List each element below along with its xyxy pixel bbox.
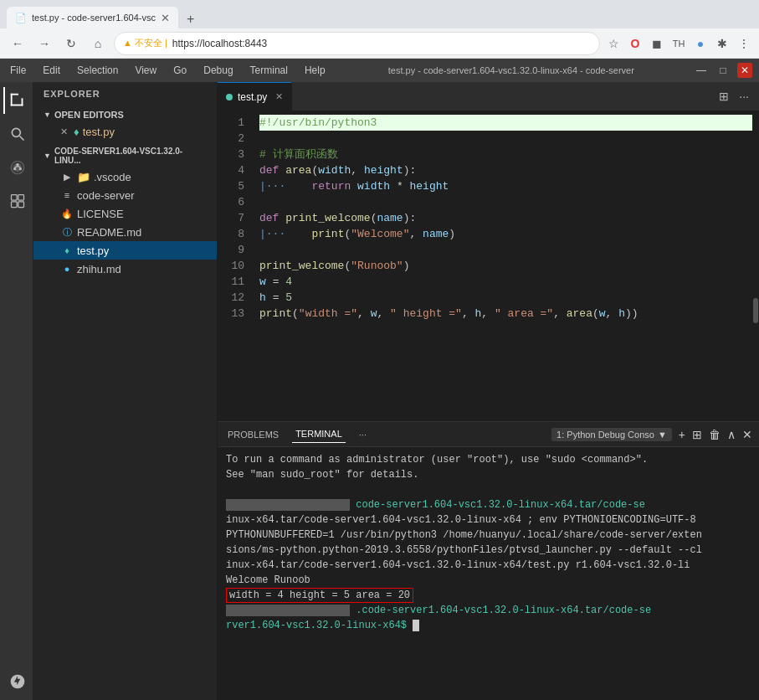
extension2-icon[interactable]: ✱: [714, 35, 731, 52]
explorer-root-title[interactable]: ▼ CODE-SERVER1.604-VSC1.32.0-LINU...: [33, 144, 217, 167]
refresh-button[interactable]: ↻: [60, 33, 82, 54]
menu-selection[interactable]: Selection: [74, 63, 121, 78]
terminal-close-button[interactable]: ✕: [742, 428, 752, 441]
menu-view[interactable]: View: [131, 63, 160, 78]
dropdown-label: 1: Python Debug Conso: [556, 430, 654, 440]
profile-icon[interactable]: ●: [692, 35, 709, 52]
menu-edit[interactable]: Edit: [39, 63, 64, 78]
svg-rect-2: [10, 105, 23, 106]
open-editors-title[interactable]: ▼ OPEN EDITORS: [33, 107, 217, 122]
code-line-6: [259, 194, 759, 210]
menu-terminal[interactable]: Terminal: [247, 63, 291, 78]
svg-rect-1: [10, 94, 12, 106]
editor-tab-testpy[interactable]: test.py ✕: [218, 82, 292, 111]
file-type-dot: [226, 94, 233, 100]
open-editor-testpy[interactable]: ✕ ♦ test.py: [33, 122, 217, 141]
code-line-10: print_welcome("Runoob"): [259, 258, 759, 274]
svg-point-4: [12, 128, 20, 136]
terminal-line-6: PYTHONUNBUFFERED=1 /usr/bin/python3 /hom…: [226, 528, 751, 543]
activity-remote[interactable]: [3, 668, 30, 695]
opera-icon[interactable]: O: [627, 35, 644, 52]
sidebar-item-vscode[interactable]: ▶ 📁 .vscode: [33, 167, 217, 186]
svg-rect-12: [18, 195, 23, 201]
home-button[interactable]: ⌂: [87, 33, 109, 54]
titlebar-title: test.py - code-server1.604-vsc1.32.0-lin…: [329, 65, 694, 75]
sidebar-item-testpy[interactable]: ♦ test.py: [33, 241, 217, 260]
vscode-folder-name: .vscode: [94, 171, 131, 183]
editor-scrollbar[interactable]: [752, 111, 759, 421]
open-editors-arrow: ▼: [44, 111, 51, 119]
problems-tab[interactable]: PROBLEMS: [224, 426, 282, 443]
split-editor-button[interactable]: ⊞: [715, 88, 732, 105]
terminal-instance-dropdown[interactable]: 1: Python Debug Conso ▼: [551, 428, 672, 441]
terminal-line-4: code-server1.604-vsc1.32.0-linux-x64.tar…: [226, 497, 751, 512]
activity-extensions[interactable]: [3, 188, 30, 214]
code-server-name: code-server: [77, 189, 135, 202]
minimize-button[interactable]: —: [694, 63, 709, 78]
code-line-11: w = 4: [259, 274, 759, 290]
menu-file[interactable]: File: [7, 63, 29, 78]
bookmark-icon[interactable]: ☆: [605, 35, 622, 52]
split-terminal-button[interactable]: ⊞: [692, 428, 702, 441]
terminal-content[interactable]: To run a command as administrator (user …: [218, 447, 759, 639]
sidebar-header: EXPLORER: [33, 82, 217, 106]
tab-bar: 📄 test.py - code-server1.604-vsc ✕ +: [0, 0, 759, 28]
svg-rect-14: [18, 202, 23, 208]
sidebar-item-readme[interactable]: ⓘ README.md: [33, 223, 217, 241]
editor-tab-actions: ⊞ ···: [715, 88, 759, 105]
extension-icon[interactable]: ◼: [649, 35, 665, 52]
maximize-button[interactable]: □: [715, 63, 731, 78]
sidebar-item-license[interactable]: 🔥 LICENSE: [33, 204, 217, 223]
menu-debug[interactable]: Debug: [200, 63, 236, 78]
code-content[interactable]: #!/usr/bin/python3 # 计算面积函数 def area(wid…: [251, 111, 759, 421]
more-actions-button[interactable]: ···: [736, 88, 752, 105]
tab-group-icon[interactable]: TH: [670, 35, 687, 52]
more-tabs[interactable]: ···: [356, 426, 370, 443]
code-line-5: |··· return width * height: [259, 178, 759, 194]
terminal-tab[interactable]: TERMINAL: [292, 425, 346, 443]
menu-icon[interactable]: ⋮: [736, 35, 752, 52]
terminal-up-button[interactable]: ∧: [727, 428, 736, 441]
delete-terminal-button[interactable]: 🗑: [709, 428, 721, 441]
sidebar-item-zhihu[interactable]: ● zhihu.md: [33, 260, 217, 278]
vscode-main: EXPLORER ▼ OPEN EDITORS ✕ ♦ test.py ▼ CO…: [0, 82, 759, 700]
toolbar-right: ☆ O ◼ TH ● ✱ ⋮: [605, 35, 752, 52]
svg-point-8: [18, 167, 21, 170]
readme-icon: ⓘ: [60, 226, 74, 239]
activity-explorer[interactable]: [3, 87, 30, 114]
license-icon: 🔥: [60, 208, 74, 219]
tab-close-button[interactable]: ✕: [161, 12, 170, 24]
vscode-window: File Edit Selection View Go Debug Termin…: [0, 59, 759, 700]
svg-point-6: [16, 163, 18, 166]
tab-close-icon[interactable]: ✕: [275, 91, 283, 102]
terminal-line-2: See "man sudo_root" for details.: [226, 467, 751, 482]
sidebar-item-code-server[interactable]: ≡ code-server: [33, 186, 217, 204]
code-line-13: print("width =", w, " height =", h, " ar…: [259, 306, 759, 322]
code-server-icon: ≡: [60, 190, 74, 200]
testpy-icon: ♦: [60, 245, 74, 255]
zhihu-icon: ●: [60, 264, 74, 274]
terminal-tab-actions: 1: Python Debug Conso ▼ + ⊞ 🗑 ∧ ✕: [551, 428, 752, 441]
code-line-2: [259, 131, 759, 147]
code-editor: 12345 678910 111213 #!/usr/bin/python3 #…: [218, 111, 759, 421]
new-terminal-button[interactable]: +: [679, 428, 685, 441]
menu-help[interactable]: Help: [301, 63, 329, 78]
forward-button[interactable]: →: [33, 33, 55, 54]
dropdown-arrow: ▼: [658, 430, 667, 440]
code-line-8: |··· print("Welcome", name): [259, 226, 759, 242]
open-editor-name: test.py: [83, 126, 115, 138]
address-bar[interactable]: ▲ 不安全 | https://localhost:8443: [114, 32, 600, 55]
menu-go[interactable]: Go: [170, 63, 190, 78]
close-window-button[interactable]: ✕: [737, 63, 752, 78]
terminal-line-9: Welcome Runoob: [226, 573, 751, 588]
code-line-9: [259, 242, 759, 258]
editor-area: test.py ✕ ⊞ ··· 12345 678910 111213 #!/u…: [218, 82, 759, 700]
activity-git[interactable]: [3, 154, 30, 181]
titlebar-menu: File Edit Selection View Go Debug Termin…: [7, 63, 329, 78]
activity-search[interactable]: [3, 121, 30, 147]
back-button[interactable]: ←: [7, 33, 28, 54]
titlebar-buttons: — □ ✕: [694, 63, 752, 78]
browser-tab-active[interactable]: 📄 test.py - code-server1.604-vsc ✕: [7, 7, 178, 28]
new-tab-button[interactable]: +: [182, 10, 199, 28]
terminal-line-12: rver1.604-vsc1.32.0-linux-x64$: [226, 618, 751, 633]
